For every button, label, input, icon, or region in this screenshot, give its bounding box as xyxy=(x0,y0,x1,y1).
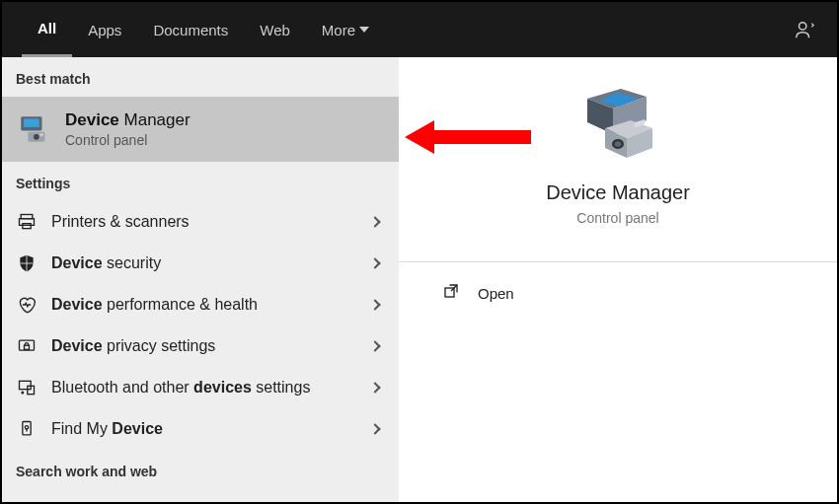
bluetooth-icon xyxy=(16,377,38,398)
tab-web[interactable]: Web xyxy=(244,2,306,57)
settings-item-label: Printers & scanners xyxy=(51,213,357,231)
svg-rect-8 xyxy=(23,224,31,229)
settings-header: Settings xyxy=(2,162,399,201)
find-device-icon xyxy=(16,418,38,440)
printer-icon xyxy=(16,211,38,233)
results-panel: Best match Device Manager Control xyxy=(2,57,399,502)
heart-monitor-icon xyxy=(16,294,38,316)
chevron-right-icon xyxy=(369,257,380,268)
preview-subtitle: Control panel xyxy=(576,210,658,226)
settings-item-device-privacy[interactable]: Device privacy settings xyxy=(2,325,399,367)
chevron-right-icon xyxy=(369,299,380,310)
settings-item-device-performance[interactable]: Device performance & health xyxy=(2,284,399,325)
settings-item-printers[interactable]: Printers & scanners xyxy=(2,201,399,243)
svg-rect-11 xyxy=(20,381,32,389)
account-icon[interactable] xyxy=(794,20,815,45)
action-open[interactable]: Open xyxy=(399,262,837,324)
svg-point-15 xyxy=(25,426,28,429)
tab-more-label: More xyxy=(322,22,355,38)
chevron-right-icon xyxy=(369,423,380,434)
settings-item-label: Find My Device xyxy=(51,420,357,438)
svg-point-13 xyxy=(22,392,24,394)
preview-panel: Device Manager Control panel Open xyxy=(399,57,837,502)
settings-item-bluetooth[interactable]: Bluetooth and other devices settings xyxy=(2,367,399,408)
settings-item-label: Device performance & health xyxy=(51,296,357,314)
svg-rect-14 xyxy=(23,422,31,435)
best-match-title: Device Manager xyxy=(65,110,191,130)
search-work-web-header: Search work and web xyxy=(2,450,399,489)
tab-all[interactable]: All xyxy=(22,2,72,57)
shield-icon xyxy=(16,252,38,274)
svg-point-4 xyxy=(34,134,39,140)
tab-apps[interactable]: Apps xyxy=(72,2,137,57)
svg-point-0 xyxy=(800,23,806,30)
device-manager-icon xyxy=(16,111,51,147)
tab-documents[interactable]: Documents xyxy=(137,2,244,57)
device-manager-large-icon xyxy=(579,87,656,164)
best-match-subtitle: Control panel xyxy=(65,132,191,148)
chevron-right-icon xyxy=(369,382,380,393)
svg-point-24 xyxy=(615,141,622,147)
preview-title: Device Manager xyxy=(546,181,690,204)
settings-item-find-my-device[interactable]: Find My Device xyxy=(2,408,399,450)
settings-item-label: Bluetooth and other devices settings xyxy=(51,379,357,396)
settings-item-device-security[interactable]: Device security xyxy=(2,243,399,284)
svg-rect-2 xyxy=(24,118,39,127)
settings-item-label: Device security xyxy=(51,254,357,272)
best-match-result[interactable]: Device Manager Control panel xyxy=(2,97,399,162)
svg-rect-5 xyxy=(39,133,43,136)
action-open-label: Open xyxy=(478,285,514,302)
search-filter-tabs: All Apps Documents Web More xyxy=(2,2,837,57)
settings-item-label: Device privacy settings xyxy=(51,337,357,355)
open-icon xyxy=(442,282,460,304)
tab-more[interactable]: More xyxy=(306,2,385,57)
best-match-header: Best match xyxy=(2,57,399,97)
chevron-right-icon xyxy=(369,216,380,227)
svg-rect-10 xyxy=(25,345,30,349)
chevron-down-icon xyxy=(359,27,369,33)
chevron-right-icon xyxy=(369,340,380,351)
privacy-icon xyxy=(16,335,38,357)
